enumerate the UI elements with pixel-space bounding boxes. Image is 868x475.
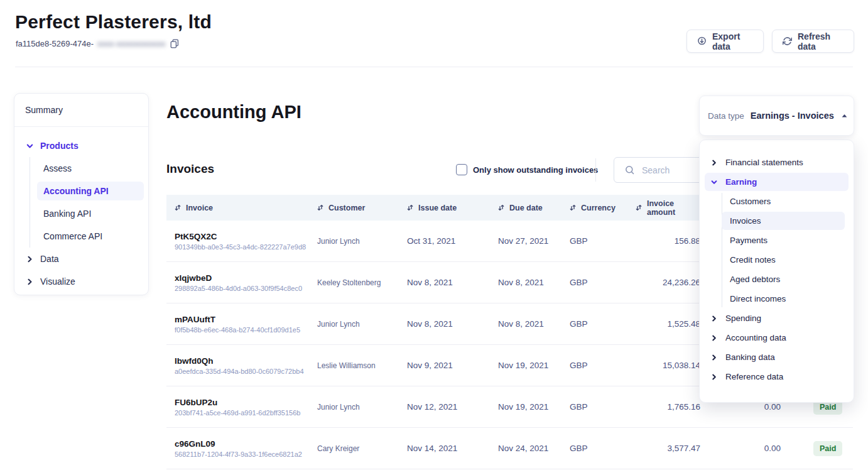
invoice-id: 901349bb-a0e3-45c3-a4dc-822227a7e9d8: [175, 243, 317, 251]
chevron-right-icon: [711, 315, 717, 322]
export-data-button[interactable]: Export data: [686, 30, 764, 53]
column-header-issue-date[interactable]: Issue date: [407, 204, 498, 212]
column-header-label: Currency: [581, 204, 616, 212]
customer-cell: Keeley Stoltenberg: [317, 278, 407, 287]
section-heading: Invoices: [166, 162, 214, 176]
menu-item-direct-incomes[interactable]: Direct incomes: [700, 289, 854, 308]
currency-cell: GBP: [570, 402, 636, 412]
sidebar-section-label: Products: [40, 141, 79, 151]
menu-item-payments[interactable]: Payments: [700, 231, 854, 250]
invoice-cell: c96GnL09 568211b7-1204-4f73-9a33-1f6ece6…: [175, 439, 317, 458]
status-badge: Paid: [813, 441, 842, 456]
data-type-label: Data type: [708, 111, 744, 121]
menu-item-credit-notes[interactable]: Credit notes: [700, 250, 854, 270]
currency-cell: GBP: [570, 444, 636, 453]
search-icon: [624, 165, 635, 175]
table-row[interactable]: c96GnL09 568211b7-1204-4f73-9a33-1f6ece6…: [166, 428, 853, 469]
column-header-invoice[interactable]: Invoice: [175, 204, 317, 212]
sort-icon: [570, 204, 576, 211]
column-header-currency[interactable]: Currency: [570, 204, 636, 212]
menu-item-label: Spending: [725, 314, 761, 323]
amount-cell: 15,038.14: [636, 361, 700, 370]
menu-item-accounting-data[interactable]: Accounting data: [700, 328, 854, 347]
chevron-right-icon: [711, 160, 717, 166]
column-header-due-date[interactable]: Due date: [498, 204, 570, 212]
sidebar-section-data[interactable]: Data: [14, 248, 148, 270]
collapse-triangle-icon: [842, 114, 847, 118]
menu-item-label: Earning: [725, 177, 757, 187]
invoice-cell: PtK5QX2C 901349bb-a0e3-45c3-a4dc-822227a…: [175, 232, 317, 251]
currency-cell: GBP: [570, 278, 636, 287]
sidebar-item-assess[interactable]: Assess: [14, 157, 148, 180]
sidebar-item-banking-api[interactable]: Banking API: [14, 202, 148, 225]
sidebar-section-visualize[interactable]: Visualize: [14, 270, 148, 293]
amount-cell: 156.88: [636, 236, 700, 246]
page-title: Perfect Plasterers, ltd: [15, 11, 212, 33]
amount-cell: 1,525.48: [636, 319, 700, 329]
issue-date-cell: Nov 12, 2021: [407, 402, 498, 412]
sort-icon: [317, 204, 323, 211]
sidebar-item-commerce-api[interactable]: Commerce API: [14, 225, 148, 248]
status-cell: Paid: [781, 441, 853, 456]
chevron-right-icon: [711, 374, 717, 380]
invoice-cell: FU6bUP2u 203bf741-a5ce-469d-a991-6d2bff3…: [175, 398, 317, 417]
currency-cell: GBP: [570, 319, 636, 329]
toolbar-separator: [595, 158, 596, 182]
customer-cell: Junior Lynch: [317, 320, 407, 329]
export-button-label: Export data: [712, 31, 753, 52]
menu-item-aged-debtors[interactable]: Aged debtors: [700, 270, 854, 289]
data-type-selector[interactable]: Data type Earnings - Invoices: [699, 96, 854, 136]
amount-cell: 24,236.26: [636, 278, 700, 287]
invoice-cell: Ibwfd0Qh a0eefdca-335d-494a-bd80-0c6079c…: [175, 356, 317, 375]
sort-icon: [498, 204, 504, 211]
column-header-label: Invoice amount: [647, 199, 700, 217]
menu-item-reference-data[interactable]: Reference data: [700, 367, 854, 386]
issue-date-cell: Nov 8, 2021: [407, 278, 498, 287]
due-date-cell: Nov 8, 2021: [498, 319, 570, 329]
menu-item-banking-data[interactable]: Banking data: [700, 347, 854, 367]
invoice-id: a0eefdca-335d-494a-bd80-0c6079c72bb4: [175, 368, 317, 375]
data-type-value: Earnings - Invoices: [751, 111, 834, 121]
outstanding-invoices-checkbox[interactable]: [456, 164, 467, 175]
due-date-cell: Nov 24, 2021: [498, 444, 570, 453]
due-date-cell: Nov 19, 2021: [498, 402, 570, 412]
due-date-cell: Nov 27, 2021: [498, 236, 570, 246]
customer-cell: Leslie Williamson: [317, 361, 407, 370]
refresh-icon: [783, 36, 792, 46]
company-id: fa115de8-5269-474e-xxxx-xxxxxxxxxxxx: [16, 39, 179, 48]
menu-item-invoices[interactable]: Invoices: [700, 211, 854, 231]
column-header-customer[interactable]: Customer: [317, 204, 407, 212]
menu-item-spending[interactable]: Spending: [700, 308, 854, 328]
copy-icon[interactable]: [170, 39, 179, 48]
sidebar-section-label: Data: [40, 254, 59, 264]
company-id-redacted: xxxx-xxxxxxxxxxxx: [97, 39, 165, 48]
issue-date-cell: Nov 14, 2021: [407, 444, 498, 453]
invoice-code: Ibwfd0Qh: [175, 356, 317, 366]
invoice-code: xIqjwbeD: [175, 273, 317, 283]
menu-item-financial-statements[interactable]: Financial statements: [700, 153, 854, 172]
sort-icon: [407, 204, 413, 211]
menu-item-customers[interactable]: Customers: [700, 192, 854, 211]
refresh-data-button[interactable]: Refresh data: [772, 30, 854, 53]
export-icon: [697, 36, 707, 46]
chevron-down-icon: [711, 179, 717, 185]
invoice-id: f0f5b48b-e6ec-468a-b274-40cf1d09d1e5: [175, 326, 317, 334]
header-divider: [15, 67, 853, 67]
amount-cell: 1,765.16: [636, 402, 700, 412]
sidebar-section-products[interactable]: Products: [14, 134, 148, 157]
due-date-cell: Nov 19, 2021: [498, 361, 570, 370]
column-header-label: Customer: [328, 204, 365, 212]
menu-item-label: Reference data: [725, 372, 783, 381]
column-header-invoice-amount[interactable]: Invoice amount: [636, 199, 700, 217]
sidebar-item-summary[interactable]: Summary: [14, 94, 148, 126]
issue-date-cell: Oct 31, 2021: [407, 236, 498, 246]
issue-date-cell: Nov 8, 2021: [407, 319, 498, 329]
company-id-visible: fa115de8-5269-474e-: [16, 39, 94, 48]
sidebar-item-accounting-api[interactable]: Accounting API: [14, 180, 148, 202]
currency-cell: GBP: [570, 361, 636, 370]
menu-item-label: Banking data: [725, 352, 775, 362]
app-window: Perfect Plasterers, ltd fa115de8-5269-47…: [0, 0, 868, 475]
invoice-id: 203bf741-a5ce-469d-a991-6d2bff35156b: [175, 409, 317, 417]
invoice-cell: mPAUuftT f0f5b48b-e6ec-468a-b274-40cf1d0…: [175, 315, 317, 334]
menu-item-earning[interactable]: Earning: [700, 172, 854, 192]
